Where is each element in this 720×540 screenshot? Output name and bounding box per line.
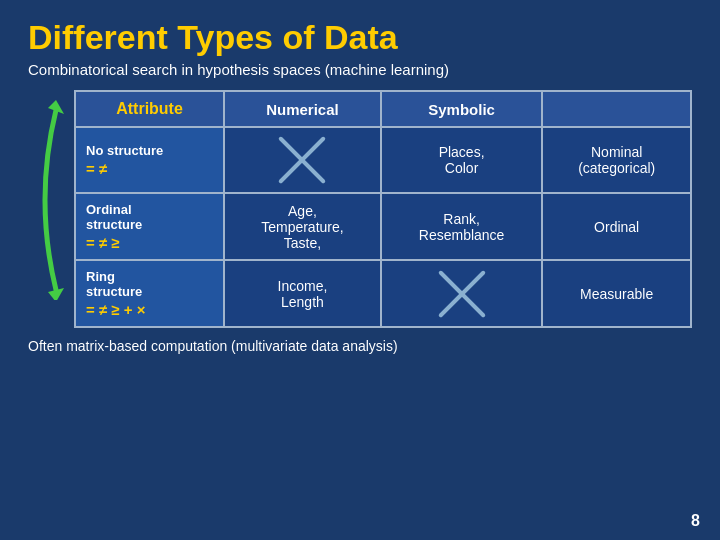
left-arrow [28,100,66,300]
symbolic-cell-1: Places,Color [381,127,543,193]
symbolic-cell-2: Rank,Resemblance [381,193,543,260]
numerical-cell-2: Age,Temperature,Taste, [224,193,381,260]
ops-2: = ≠ ≥ [86,234,213,251]
numerical-cell-3: Income,Length [224,260,381,327]
ops-1: = ≠ [86,160,213,177]
x-pattern-3 [432,270,492,318]
type-cell-2: Ordinal [542,193,691,260]
bottom-note: Often matrix-based computation (multivar… [28,338,692,354]
page: Different Types of Data Combinatorical s… [0,0,720,540]
subtitle: Combinatorical search in hypothesis spac… [28,61,692,78]
type-cell-1: Nominal(categorical) [542,127,691,193]
attr-cell-2: Ordinalstructure = ≠ ≥ [75,193,224,260]
page-number: 8 [691,512,700,530]
page-title: Different Types of Data [28,18,692,57]
x-pattern-1 [272,136,332,184]
data-table-wrapper: Attribute Numerical Symbolic No structur… [74,90,692,328]
attr-cell-3: Ringstructure = ≠ ≥ + × [75,260,224,327]
data-table: Attribute Numerical Symbolic No structur… [74,90,692,328]
col-header-numerical: Numerical [224,91,381,127]
col-header-symbolic: Symbolic [381,91,543,127]
col-header-attribute: Attribute [75,91,224,127]
table-row: Ringstructure = ≠ ≥ + × Income,Length Me… [75,260,691,327]
ops-3: = ≠ ≥ + × [86,301,213,318]
attr-cell-1: No structure = ≠ [75,127,224,193]
type-cell-3: Measurable [542,260,691,327]
col-header-type [542,91,691,127]
table-row: Ordinalstructure = ≠ ≥ Age,Temperature,T… [75,193,691,260]
table-row: No structure = ≠ Places,Color Nominal(ca… [75,127,691,193]
content-area: Attribute Numerical Symbolic No structur… [28,90,692,328]
symbolic-cell-3 [381,260,543,327]
numerical-cell-1 [224,127,381,193]
